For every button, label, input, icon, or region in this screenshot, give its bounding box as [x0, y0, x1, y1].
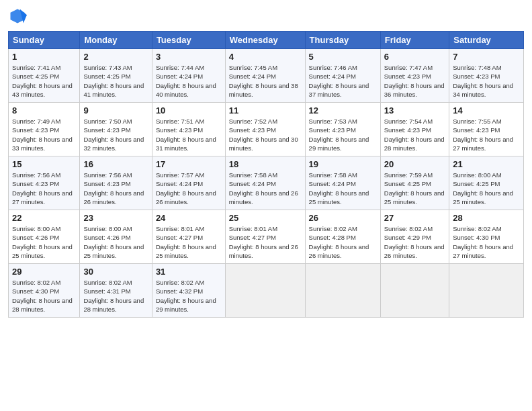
day-detail: Sunrise: 8:02 AMSunset: 4:29 PMDaylight:…: [384, 224, 445, 260]
calendar-cell: 8Sunrise: 7:49 AMSunset: 4:23 PMDaylight…: [9, 103, 80, 156]
calendar-cell: 27Sunrise: 8:02 AMSunset: 4:29 PMDayligh…: [380, 210, 449, 264]
day-number: 6: [384, 52, 445, 62]
calendar-cell: [380, 264, 449, 318]
weekday-header: Tuesday: [152, 32, 225, 49]
calendar-cell: 15Sunrise: 7:56 AMSunset: 4:23 PMDayligh…: [9, 156, 80, 210]
day-detail: Sunrise: 7:44 AMSunset: 4:24 PMDaylight:…: [156, 63, 222, 99]
day-detail: Sunrise: 8:01 AMSunset: 4:27 PMDaylight:…: [156, 224, 222, 260]
calendar-cell: 14Sunrise: 7:55 AMSunset: 4:23 PMDayligh…: [449, 103, 524, 156]
header-row: SundayMondayTuesdayWednesdayThursdayFrid…: [9, 32, 524, 49]
calendar-week-row: 29Sunrise: 8:02 AMSunset: 4:30 PMDayligh…: [9, 264, 524, 318]
day-detail: Sunrise: 7:41 AMSunset: 4:25 PMDaylight:…: [12, 63, 76, 99]
day-number: 9: [83, 105, 148, 116]
weekday-header: Saturday: [449, 32, 524, 49]
day-detail: Sunrise: 7:49 AMSunset: 4:23 PMDaylight:…: [12, 117, 76, 152]
day-detail: Sunrise: 7:58 AMSunset: 4:24 PMDaylight:…: [229, 171, 302, 206]
day-number: 1: [12, 52, 76, 62]
calendar-cell: [305, 264, 380, 318]
day-detail: Sunrise: 7:56 AMSunset: 4:23 PMDaylight:…: [12, 171, 76, 206]
calendar-cell: 3Sunrise: 7:44 AMSunset: 4:24 PMDaylight…: [152, 49, 225, 103]
day-detail: Sunrise: 7:52 AMSunset: 4:23 PMDaylight:…: [229, 117, 302, 152]
day-number: 15: [12, 159, 76, 169]
day-number: 17: [156, 159, 222, 169]
day-number: 21: [453, 159, 520, 169]
calendar-cell: 21Sunrise: 8:00 AMSunset: 4:25 PMDayligh…: [449, 156, 524, 210]
calendar-cell: 22Sunrise: 8:00 AMSunset: 4:26 PMDayligh…: [9, 210, 80, 264]
calendar-cell: 7Sunrise: 7:48 AMSunset: 4:23 PMDaylight…: [449, 49, 524, 103]
day-number: 5: [309, 52, 377, 62]
day-number: 7: [453, 52, 520, 62]
calendar-header: SundayMondayTuesdayWednesdayThursdayFrid…: [9, 32, 524, 49]
weekday-header: Monday: [80, 32, 152, 49]
day-number: 2: [83, 52, 148, 62]
weekday-header: Sunday: [9, 32, 80, 49]
day-detail: Sunrise: 8:00 AMSunset: 4:25 PMDaylight:…: [453, 171, 520, 206]
calendar-cell: 25Sunrise: 8:01 AMSunset: 4:27 PMDayligh…: [225, 210, 305, 264]
calendar-cell: 17Sunrise: 7:57 AMSunset: 4:24 PMDayligh…: [152, 156, 225, 210]
day-number: 10: [156, 105, 222, 116]
calendar-cell: 30Sunrise: 8:02 AMSunset: 4:31 PMDayligh…: [80, 264, 152, 318]
day-number: 26: [309, 213, 377, 223]
day-number: 29: [12, 267, 76, 277]
logo: [8, 7, 30, 26]
calendar-week-row: 15Sunrise: 7:56 AMSunset: 4:23 PMDayligh…: [9, 156, 524, 210]
day-number: 28: [453, 213, 520, 223]
page-container: SundayMondayTuesdayWednesdayThursdayFrid…: [0, 0, 532, 324]
day-detail: Sunrise: 7:45 AMSunset: 4:24 PMDaylight:…: [229, 63, 302, 99]
day-detail: Sunrise: 7:50 AMSunset: 4:23 PMDaylight:…: [83, 117, 148, 152]
calendar-cell: [225, 264, 305, 318]
day-detail: Sunrise: 8:00 AMSunset: 4:26 PMDaylight:…: [12, 224, 76, 260]
day-detail: Sunrise: 7:56 AMSunset: 4:23 PMDaylight:…: [83, 171, 148, 206]
calendar-cell: 23Sunrise: 8:00 AMSunset: 4:26 PMDayligh…: [80, 210, 152, 264]
calendar-cell: 13Sunrise: 7:54 AMSunset: 4:23 PMDayligh…: [380, 103, 449, 156]
day-number: 14: [453, 105, 520, 116]
day-number: 3: [156, 52, 222, 62]
day-number: 23: [83, 213, 148, 223]
weekday-header: Friday: [380, 32, 449, 49]
day-detail: Sunrise: 7:54 AMSunset: 4:23 PMDaylight:…: [384, 117, 445, 152]
day-detail: Sunrise: 8:02 AMSunset: 4:31 PMDaylight:…: [83, 278, 148, 314]
calendar-cell: 18Sunrise: 7:58 AMSunset: 4:24 PMDayligh…: [225, 156, 305, 210]
day-number: 11: [229, 105, 302, 116]
day-detail: Sunrise: 7:47 AMSunset: 4:23 PMDaylight:…: [384, 63, 445, 99]
calendar-cell: 29Sunrise: 8:02 AMSunset: 4:30 PMDayligh…: [9, 264, 80, 318]
day-detail: Sunrise: 7:48 AMSunset: 4:23 PMDaylight:…: [453, 63, 520, 99]
calendar-cell: 20Sunrise: 7:59 AMSunset: 4:25 PMDayligh…: [380, 156, 449, 210]
day-detail: Sunrise: 7:53 AMSunset: 4:23 PMDaylight:…: [309, 117, 377, 152]
day-detail: Sunrise: 7:51 AMSunset: 4:23 PMDaylight:…: [156, 117, 222, 152]
weekday-header: Wednesday: [225, 32, 305, 49]
calendar-cell: 28Sunrise: 8:02 AMSunset: 4:30 PMDayligh…: [449, 210, 524, 264]
day-number: 25: [229, 213, 302, 223]
day-detail: Sunrise: 8:02 AMSunset: 4:30 PMDaylight:…: [12, 278, 76, 314]
weekday-header: Thursday: [305, 32, 380, 49]
calendar-cell: 4Sunrise: 7:45 AMSunset: 4:24 PMDaylight…: [225, 49, 305, 103]
day-number: 13: [384, 105, 445, 116]
day-number: 20: [384, 159, 445, 169]
calendar-table: SundayMondayTuesdayWednesdayThursdayFrid…: [8, 31, 524, 318]
calendar-cell: 9Sunrise: 7:50 AMSunset: 4:23 PMDaylight…: [80, 103, 152, 156]
day-number: 12: [309, 105, 377, 116]
calendar-cell: 5Sunrise: 7:46 AMSunset: 4:24 PMDaylight…: [305, 49, 380, 103]
calendar-cell: 11Sunrise: 7:52 AMSunset: 4:23 PMDayligh…: [225, 103, 305, 156]
day-number: 16: [83, 159, 148, 169]
calendar-week-row: 8Sunrise: 7:49 AMSunset: 4:23 PMDaylight…: [9, 103, 524, 156]
day-detail: Sunrise: 8:02 AMSunset: 4:30 PMDaylight:…: [453, 224, 520, 260]
day-number: 22: [12, 213, 76, 223]
calendar-cell: 26Sunrise: 8:02 AMSunset: 4:28 PMDayligh…: [305, 210, 380, 264]
day-detail: Sunrise: 7:46 AMSunset: 4:24 PMDaylight:…: [309, 63, 377, 99]
day-detail: Sunrise: 8:01 AMSunset: 4:27 PMDaylight:…: [229, 224, 302, 260]
header: [8, 7, 524, 26]
day-detail: Sunrise: 8:00 AMSunset: 4:26 PMDaylight:…: [83, 224, 148, 260]
day-number: 8: [12, 105, 76, 116]
calendar-cell: 12Sunrise: 7:53 AMSunset: 4:23 PMDayligh…: [305, 103, 380, 156]
calendar-cell: 31Sunrise: 8:02 AMSunset: 4:32 PMDayligh…: [152, 264, 225, 318]
calendar-cell: [449, 264, 524, 318]
day-number: 30: [83, 267, 148, 277]
calendar-cell: 24Sunrise: 8:01 AMSunset: 4:27 PMDayligh…: [152, 210, 225, 264]
calendar-cell: 16Sunrise: 7:56 AMSunset: 4:23 PMDayligh…: [80, 156, 152, 210]
calendar-cell: 6Sunrise: 7:47 AMSunset: 4:23 PMDaylight…: [380, 49, 449, 103]
day-number: 24: [156, 213, 222, 223]
day-detail: Sunrise: 7:55 AMSunset: 4:23 PMDaylight:…: [453, 117, 520, 152]
day-detail: Sunrise: 8:02 AMSunset: 4:28 PMDaylight:…: [309, 224, 377, 260]
day-number: 19: [309, 159, 377, 169]
